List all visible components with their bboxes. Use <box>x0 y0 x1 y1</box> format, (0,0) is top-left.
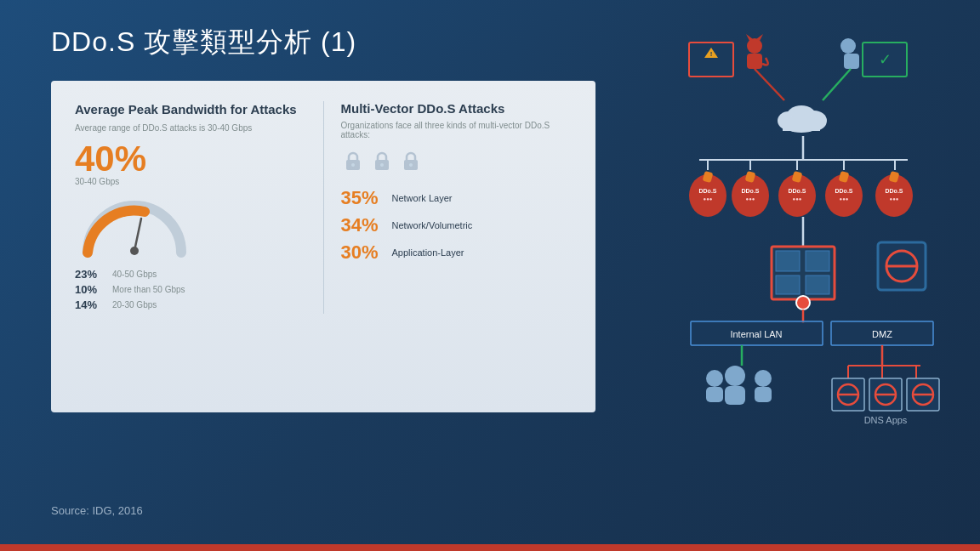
svg-point-5 <box>380 163 384 167</box>
stat-label-14: 20-30 Gbps <box>112 300 306 310</box>
gbps-label: 30-40 Gbps <box>75 177 306 186</box>
svg-point-15 <box>840 38 856 54</box>
svg-text:!: ! <box>710 50 713 58</box>
stat-label-23: 40-50 Gbps <box>112 270 306 279</box>
stat-row-14: 14% 20-30 Gbps <box>75 298 306 311</box>
mv-label-30: Application-Layer <box>392 247 464 258</box>
lock-icons-group <box>341 150 573 173</box>
network-diagram-svg: ! ✓ <box>640 26 963 527</box>
mv-title: Multi-Vector DDo.S Attacks <box>341 101 573 116</box>
lock-icon-3 <box>399 150 423 173</box>
svg-text:DMZ: DMZ <box>872 329 892 339</box>
svg-text:DDo.S: DDo.S <box>886 188 903 194</box>
mv-pct-34: 34% <box>341 214 385 236</box>
mv-label-34: Network/Volumetric <box>392 220 473 230</box>
mv-stat-35: 35% Network Layer <box>341 187 573 209</box>
avg-range-label: Average range of DDo.S attacks is 30-40 … <box>75 123 306 133</box>
svg-point-1 <box>130 247 139 255</box>
bottom-bar <box>0 544 980 551</box>
svg-rect-75 <box>706 387 723 402</box>
svg-rect-55 <box>776 251 800 271</box>
stat-pct-23: 23% <box>75 268 107 281</box>
stat-label-10: More than 50 Gbps <box>112 285 306 294</box>
mv-stat-30: 30% Application-Layer <box>341 241 573 264</box>
svg-text:●●●: ●●● <box>746 196 755 202</box>
lock-icon-1 <box>341 150 365 173</box>
avg-peak-title: Average Peak Bandwidth for Attacks <box>75 101 306 118</box>
mv-label-35: Network Layer <box>392 193 453 203</box>
svg-point-78 <box>755 370 772 387</box>
svg-text:DDo.S: DDo.S <box>699 188 717 194</box>
svg-text:●●●: ●●● <box>793 196 802 202</box>
svg-rect-58 <box>806 276 829 294</box>
stat-row-10: 10% More than 50 Gbps <box>75 283 306 296</box>
svg-text:DDo.S: DDo.S <box>789 188 806 194</box>
svg-text:DNS Apps: DNS Apps <box>864 415 908 425</box>
mv-stat-34: 34% Network/Volumetric <box>341 214 573 236</box>
svg-point-11 <box>747 38 762 54</box>
svg-text:●●●: ●●● <box>704 196 713 202</box>
stat-pct-14: 14% <box>75 298 107 311</box>
big-percent: 40% <box>75 141 306 177</box>
stat-pct-10: 10% <box>75 283 107 296</box>
page-title: DDo.S 攻擊類型分析 (1) <box>51 24 356 61</box>
svg-text:DDo.S: DDo.S <box>835 188 853 194</box>
svg-text:✓: ✓ <box>879 51 892 68</box>
svg-text:●●●: ●●● <box>890 196 899 202</box>
lock-icon-2 <box>370 150 394 173</box>
svg-rect-56 <box>806 251 829 271</box>
svg-rect-14 <box>747 54 762 69</box>
svg-point-59 <box>796 296 810 310</box>
svg-point-76 <box>725 366 745 386</box>
source-text: Source: IDG, 2016 <box>51 504 143 517</box>
svg-point-74 <box>706 370 723 387</box>
small-stats: 23% 40-50 Gbps 10% More than 50 Gbps 14%… <box>75 268 306 311</box>
svg-rect-16 <box>844 54 859 69</box>
svg-rect-79 <box>755 387 772 402</box>
svg-rect-25 <box>783 121 820 131</box>
svg-rect-57 <box>776 276 800 294</box>
mv-pct-30: 30% <box>341 241 385 264</box>
gauge-chart <box>75 193 194 261</box>
network-diagram: ! ✓ <box>640 26 963 527</box>
mv-pct-35: 35% <box>341 187 385 209</box>
svg-line-20 <box>823 69 851 100</box>
infographic-card: Average Peak Bandwidth for Attacks Avera… <box>51 81 595 412</box>
svg-text:●●●: ●●● <box>840 196 849 202</box>
card-right-col: Multi-Vector DDo.S Attacks Organizations… <box>323 101 573 314</box>
svg-point-7 <box>409 163 413 167</box>
svg-text:DDo.S: DDo.S <box>742 188 760 194</box>
mv-subtitle: Organizations face all three kinds of mu… <box>341 121 573 139</box>
slide-container: DDo.S 攻擊類型分析 (1) Average Peak Bandwidth … <box>0 0 980 551</box>
card-left-col: Average Peak Bandwidth for Attacks Avera… <box>75 101 306 314</box>
svg-point-3 <box>351 163 355 167</box>
svg-rect-77 <box>725 386 745 405</box>
svg-line-19 <box>755 69 784 100</box>
svg-text:Internal LAN: Internal LAN <box>730 329 782 339</box>
stat-row-23: 23% 40-50 Gbps <box>75 268 306 281</box>
svg-line-0 <box>134 219 141 251</box>
